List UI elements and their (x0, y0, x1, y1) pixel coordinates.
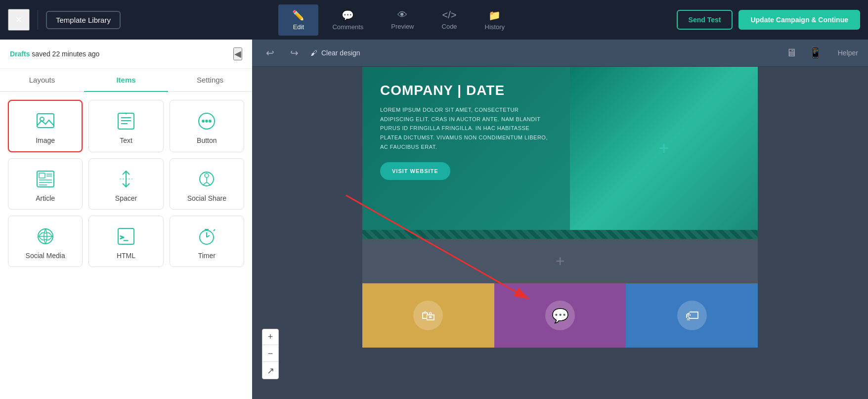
text-icon (116, 111, 136, 132)
item-spacer-label: Spacer (115, 194, 137, 202)
item-timer-label: Timer (198, 252, 216, 260)
zoom-controls: + − ↗ (262, 329, 279, 379)
update-campaign-button[interactable]: Update Campaign & Continue (738, 10, 860, 30)
tab-history-label: History (485, 23, 505, 31)
desktop-view-button[interactable]: 🖥 (782, 44, 801, 61)
hero-body: LOREM IPSUM DOLOR SIT AMET, CONSECTETUR … (380, 105, 552, 151)
drop-zone-icon: + (556, 252, 565, 270)
zoom-in-button[interactable]: + (262, 329, 278, 345)
clear-design-button[interactable]: 🖌 Clear design (310, 49, 360, 57)
item-social-share[interactable]: Social Share (170, 158, 244, 210)
tab-comments-label: Comments (332, 23, 363, 31)
item-spacer[interactable]: Spacer (88, 158, 163, 210)
hero-title: COMPANY | DATE (380, 83, 552, 98)
canvas-toolbar: ↩ ↪ 🖌 Clear design 🖥 📱 Helper (252, 40, 868, 67)
timer-icon (196, 226, 217, 247)
article-icon (35, 169, 56, 189)
spacer-icon (116, 169, 136, 189)
main-layout: Drafts saved 22 minutes ago ◀ Layouts It… (0, 40, 868, 399)
sidebar-tab-layouts[interactable]: Layouts (0, 69, 84, 91)
product-row: 🛍 💬 🏷 (362, 283, 758, 348)
hero-stripe (362, 230, 758, 239)
helper-text: Helper (838, 49, 858, 57)
top-navigation: × Template Library ✏️ Edit 💬 Comments 👁 … (0, 0, 868, 40)
social-media-icon (35, 226, 56, 247)
product-cell-3[interactable]: 🏷 (626, 283, 758, 348)
canvas-scroll: COMPANY | DATE LOREM IPSUM DOLOR SIT AME… (252, 67, 868, 399)
tab-edit[interactable]: ✏️ Edit (278, 4, 318, 36)
comments-icon: 💬 (342, 9, 354, 21)
tab-preview[interactable]: 👁 Preview (377, 4, 428, 35)
nav-tabs: ✏️ Edit 💬 Comments 👁 Preview </> Code 📁 … (125, 4, 673, 36)
edit-icon: ✏️ (292, 9, 304, 21)
nav-divider (38, 10, 38, 30)
svg-text:>_: >_ (120, 233, 128, 241)
item-timer[interactable]: Timer (170, 216, 244, 267)
redo-button[interactable]: ↪ (286, 45, 303, 61)
close-button[interactable]: × (8, 9, 30, 31)
item-social-media-label: Social Media (26, 252, 65, 260)
collapse-sidebar-button[interactable]: ◀ (233, 47, 242, 60)
product-cell-1[interactable]: 🛍 (362, 283, 494, 348)
drop-zone[interactable]: + (362, 239, 758, 283)
sidebar: Drafts saved 22 minutes ago ◀ Layouts It… (0, 40, 252, 399)
item-social-media[interactable]: Social Media (8, 216, 83, 267)
item-text[interactable]: Text (88, 100, 163, 152)
sidebar-tab-settings[interactable]: Settings (168, 69, 252, 91)
hero-left: COMPANY | DATE LOREM IPSUM DOLOR SIT AME… (362, 67, 570, 230)
item-html[interactable]: >_ HTML (88, 216, 163, 267)
undo-button[interactable]: ↩ (262, 45, 278, 61)
svg-point-10 (209, 120, 211, 122)
drafts-link[interactable]: Drafts (10, 50, 30, 58)
sidebar-tabs: Layouts Items Settings (0, 69, 252, 92)
email-canvas: COMPANY | DATE LOREM IPSUM DOLOR SIT AME… (362, 67, 758, 348)
add-block-icon[interactable]: + (658, 138, 669, 159)
tab-edit-label: Edit (293, 23, 304, 31)
zoom-out-button[interactable]: − (262, 346, 278, 362)
product-icon-3: 🏷 (677, 301, 707, 330)
sidebar-tab-items[interactable]: Items (84, 69, 168, 92)
zoom-fit-button[interactable]: ↗ (262, 363, 278, 379)
item-image[interactable]: Image (8, 100, 83, 152)
items-grid: Image Text (0, 92, 252, 275)
item-image-label: Image (36, 136, 55, 144)
saved-time: saved 22 minutes ago (32, 50, 99, 58)
brush-icon: 🖌 (310, 49, 317, 57)
visit-website-button[interactable]: VISIT WEBSITE (380, 162, 450, 180)
item-article[interactable]: Article (8, 158, 83, 210)
send-test-button[interactable]: Send Test (677, 10, 733, 30)
html-icon: >_ (116, 226, 136, 247)
tab-comments[interactable]: 💬 Comments (318, 4, 377, 36)
preview-icon: 👁 (397, 9, 407, 21)
drafts-info: Drafts saved 22 minutes ago (10, 50, 99, 58)
social-share-icon (196, 169, 217, 189)
svg-point-21 (205, 174, 209, 177)
view-toggle: 🖥 📱 (782, 44, 826, 61)
svg-rect-12 (39, 173, 45, 178)
tab-preview-label: Preview (391, 23, 414, 30)
item-html-label: HTML (117, 252, 135, 260)
image-icon (35, 111, 56, 132)
item-social-share-label: Social Share (187, 194, 226, 202)
svg-rect-11 (37, 171, 54, 187)
tab-code[interactable]: </> Code (428, 4, 471, 35)
content-area: ↩ ↪ 🖌 Clear design 🖥 📱 Helper COMPANY | … (252, 40, 868, 399)
item-article-label: Article (36, 194, 55, 202)
product-cell-2[interactable]: 💬 (494, 283, 626, 348)
tab-code-label: Code (442, 23, 457, 30)
nav-right-actions: Send Test Update Campaign & Continue (677, 10, 860, 30)
history-icon: 📁 (488, 9, 501, 21)
item-button[interactable]: Button (170, 100, 244, 152)
hero-image[interactable]: + (570, 67, 758, 230)
code-icon: </> (442, 9, 457, 21)
svg-point-8 (202, 120, 204, 122)
sidebar-header: Drafts saved 22 minutes ago ◀ (0, 40, 252, 69)
hero-right: + (570, 67, 758, 230)
mobile-view-button[interactable]: 📱 (805, 44, 826, 61)
tab-history[interactable]: 📁 History (471, 4, 519, 36)
item-button-label: Button (197, 136, 217, 144)
clear-design-label: Clear design (321, 49, 360, 57)
template-library-button[interactable]: Template Library (46, 11, 121, 29)
hero-section: COMPANY | DATE LOREM IPSUM DOLOR SIT AME… (362, 67, 758, 230)
item-text-label: Text (120, 136, 132, 144)
